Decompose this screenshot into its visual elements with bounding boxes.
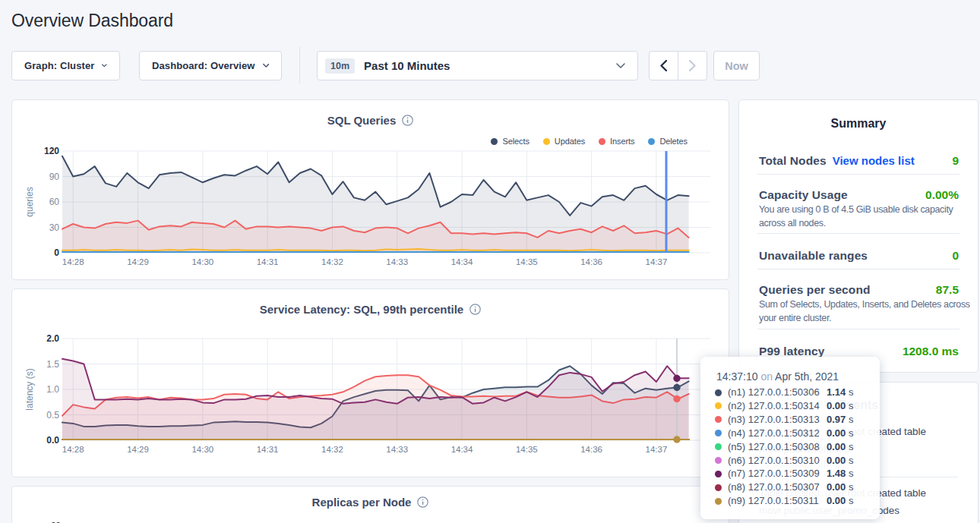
tooltip-row: (n8) 127.0.0.1:503070.00 s xyxy=(700,480,880,494)
svg-text:0.0: 0.0 xyxy=(46,435,59,446)
series-color-dot xyxy=(715,457,722,464)
info-icon[interactable] xyxy=(417,496,428,508)
tooltip-row: (n2) 127.0.0.1:503140.00 s xyxy=(700,399,880,413)
dashboard-dropdown-label: Dashboard: Overview xyxy=(152,60,255,71)
svg-text:latency (s): latency (s) xyxy=(24,368,35,410)
now-button[interactable]: Now xyxy=(713,51,760,80)
svg-text:14:34: 14:34 xyxy=(451,257,473,266)
svg-text:14:30: 14:30 xyxy=(191,445,213,454)
toolbar-divider xyxy=(299,47,300,83)
svg-text:14:30: 14:30 xyxy=(191,257,213,266)
series-color-dot xyxy=(715,484,722,491)
svg-text:2.0: 2.0 xyxy=(46,333,59,344)
series-color-dot xyxy=(715,498,722,505)
tooltip-node-value: 0.00 s xyxy=(827,427,853,440)
summary-row-label: Unavailable ranges xyxy=(759,249,868,263)
chart-panel-replicas-per-node[interactable]: Replicas per Node 60 xyxy=(11,486,729,523)
chevron-right-icon xyxy=(689,60,696,71)
svg-text:30: 30 xyxy=(49,222,60,233)
svg-text:14:29: 14:29 xyxy=(127,445,149,454)
tooltip-node-label: (n7) 127.0.0.1:50309 xyxy=(728,467,820,480)
summary-row-value: 1208.0 ms xyxy=(903,345,959,358)
tooltip-node-value: 0.00 s xyxy=(827,494,853,508)
dashboard-dropdown[interactable]: Dashboard: Overview xyxy=(139,51,282,80)
page-title: Overview Dashboard xyxy=(11,11,173,31)
summary-panel: Summary Total Nodes View nodes list 9 Ca… xyxy=(738,99,978,373)
summary-row-label: Total Nodes xyxy=(759,154,827,168)
tooltip-row: (n4) 127.0.0.1:503120.00 s xyxy=(700,427,880,440)
tooltip-node-label: (n5) 127.0.0.1:50308 xyxy=(728,440,820,454)
chart-panel-service-latency[interactable]: Service Latency: SQL, 99th percentile 0.… xyxy=(11,288,729,477)
svg-text:14:31: 14:31 xyxy=(257,257,279,266)
svg-text:14:28: 14:28 xyxy=(62,257,84,266)
sql-queries-plot[interactable]: 030609012014:2814:2914:3014:3114:3214:33… xyxy=(12,100,729,279)
chart-hover-tooltip: 14:37:10 on Apr 5th, 2021 (n1) 127.0.0.1… xyxy=(700,357,880,519)
summary-divider xyxy=(757,174,959,175)
series-color-dot xyxy=(715,416,722,423)
graph-scope-dropdown-label: Graph: Cluster xyxy=(24,60,94,71)
svg-text:queries: queries xyxy=(24,187,35,216)
summary-row-unavailable-ranges: Unavailable ranges 0 xyxy=(759,249,959,263)
chevron-left-icon xyxy=(660,60,667,71)
tooltip-node-label: (n8) 127.0.0.1:50307 xyxy=(728,480,820,494)
svg-text:1.0: 1.0 xyxy=(46,384,59,395)
tooltip-node-value: 0.00 s xyxy=(827,454,853,468)
tooltip-node-value: 0.00 s xyxy=(827,399,853,413)
time-range-dropdown[interactable]: 10m Past 10 Minutes xyxy=(317,51,638,80)
summary-title: Summary xyxy=(739,117,978,131)
summary-divider xyxy=(757,233,959,234)
svg-text:14:35: 14:35 xyxy=(516,257,538,266)
summary-row-description: You are using 0 B of 4.5 GiB usable disk… xyxy=(759,203,953,230)
tooltip-timestamp: 14:37:10 on Apr 5th, 2021 xyxy=(716,370,839,383)
graph-scope-dropdown[interactable]: Graph: Cluster xyxy=(11,51,120,80)
svg-text:14:35: 14:35 xyxy=(516,445,538,454)
series-color-dot xyxy=(715,471,722,477)
summary-row-value: 0 xyxy=(952,249,959,263)
time-pager xyxy=(649,51,707,80)
time-forward-button[interactable] xyxy=(678,52,707,80)
summary-row-qps: Queries per second 87.5 xyxy=(759,283,959,297)
series-color-dot xyxy=(715,430,722,436)
tooltip-row: (n6) 127.0.0.1:503100.00 s xyxy=(700,454,880,468)
chart-panel-sql-queries[interactable]: SQL Queries SelectsUpdatesInsertsDeletes… xyxy=(11,99,729,280)
time-range-badge: 10m xyxy=(325,58,355,74)
series-color-dot xyxy=(715,389,722,396)
summary-row-value: 0.00% xyxy=(925,188,959,202)
svg-text:14:34: 14:34 xyxy=(451,445,473,454)
summary-row-total-nodes: Total Nodes View nodes list 9 xyxy=(759,154,959,168)
svg-text:60: 60 xyxy=(49,197,60,207)
chevron-down-icon xyxy=(616,63,625,69)
summary-row-capacity: Capacity Usage 0.00% xyxy=(759,188,959,202)
tooltip-node-label: (n3) 127.0.0.1:50313 xyxy=(728,413,820,427)
service-latency-plot[interactable]: 0.00.51.01.52.014:2814:2914:3014:3114:32… xyxy=(12,289,729,477)
svg-text:14:33: 14:33 xyxy=(386,257,408,266)
svg-text:14:36: 14:36 xyxy=(580,257,602,266)
svg-text:14:36: 14:36 xyxy=(580,445,602,454)
time-range-label: Past 10 Minutes xyxy=(364,59,450,72)
svg-text:14:33: 14:33 xyxy=(386,445,408,454)
series-color-dot xyxy=(715,402,722,409)
tooltip-node-label: (n1) 127.0.0.1:50306 xyxy=(728,386,820,399)
view-nodes-list-link[interactable]: View nodes list xyxy=(833,154,953,167)
svg-text:0.5: 0.5 xyxy=(46,410,59,421)
summary-divider xyxy=(757,269,959,269)
tooltip-node-label: (n4) 127.0.0.1:50312 xyxy=(728,427,820,440)
tooltip-row: (n9) 127.0.0.1:503110.00 s xyxy=(700,494,880,508)
tooltip-node-value: 0.00 s xyxy=(827,480,853,494)
chart-title: Replicas per Node xyxy=(312,496,412,509)
summary-divider xyxy=(757,329,959,329)
svg-text:1.5: 1.5 xyxy=(46,359,59,370)
time-back-button[interactable] xyxy=(650,52,678,80)
svg-text:90: 90 xyxy=(49,172,60,182)
tooltip-row: (n5) 127.0.0.1:503080.00 s xyxy=(700,440,880,454)
summary-row-value: 87.5 xyxy=(936,283,959,297)
series-color-dot xyxy=(715,443,722,450)
tooltip-node-label: (n9) 127.0.0.1:50311 xyxy=(728,494,819,508)
chevron-down-icon xyxy=(263,63,269,68)
summary-row-description: Sum of Selects, Updates, Inserts, and De… xyxy=(759,298,970,325)
summary-row-value: 9 xyxy=(952,154,959,168)
tooltip-row: (n7) 127.0.0.1:503091.48 s xyxy=(700,467,880,480)
chart-title-row: Replicas per Node xyxy=(12,496,729,509)
tooltip-node-label: (n2) 127.0.0.1:50314 xyxy=(728,399,820,413)
summary-row-label: Capacity Usage xyxy=(759,188,848,202)
